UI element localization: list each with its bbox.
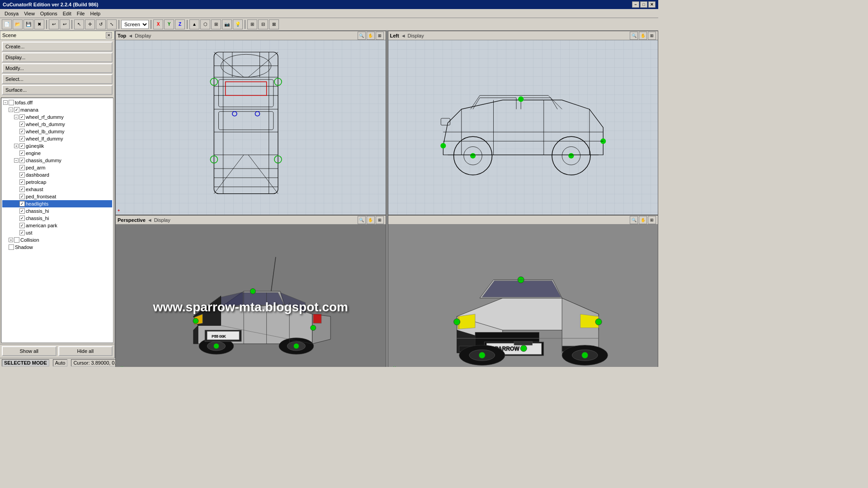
check-chassis-hi-1[interactable]: [19, 208, 25, 214]
check-manana[interactable]: [14, 107, 19, 113]
check-wheel-lb[interactable]: [19, 129, 25, 134]
top-vp-max-btn[interactable]: ⊞: [376, 32, 384, 40]
left-vp-zoom-btn[interactable]: 🔍: [630, 32, 638, 40]
z-axis-btn[interactable]: Z: [175, 19, 185, 29]
check-chassis-hi-2[interactable]: [19, 216, 25, 221]
redo-btn[interactable]: ↩: [60, 19, 70, 29]
tree-item-collision[interactable]: + Collision: [2, 236, 112, 244]
tree-item-ped-frontseat[interactable]: ped_frontseat: [2, 193, 112, 200]
tree-item-wheel-rb[interactable]: wheel_rb_dummy: [2, 121, 112, 128]
expand-wheel-rf[interactable]: −: [14, 115, 19, 119]
check-guneslik[interactable]: [19, 143, 25, 149]
tree-item-chassis-hi-2[interactable]: chassis_hi: [2, 215, 112, 222]
check-tofas[interactable]: [9, 100, 14, 105]
minimize-button[interactable]: −: [632, 1, 639, 8]
viewport-btn[interactable]: ⊞: [211, 19, 221, 29]
scale-btn[interactable]: ⤡: [107, 19, 117, 29]
move-btn[interactable]: ✛: [85, 19, 95, 29]
tree-item-dashboard[interactable]: dashboard: [2, 171, 112, 178]
menu-help[interactable]: Help: [87, 10, 103, 17]
tree-item-chassis-hi-1[interactable]: chassis_hi: [2, 207, 112, 215]
scene-tree[interactable]: − tofas.dff − manana − wheel_rf_dummy wh…: [1, 98, 113, 343]
menu-file[interactable]: File: [74, 10, 88, 17]
top-vp-pan-btn[interactable]: ✋: [367, 32, 375, 40]
check-ust[interactable]: [19, 230, 25, 235]
tree-item-american-park[interactable]: american park: [2, 222, 112, 229]
tree-item-headlights[interactable]: headlights: [2, 200, 112, 207]
light-btn[interactable]: 💡: [233, 19, 243, 29]
maximize-button[interactable]: □: [640, 1, 647, 8]
expand-manana[interactable]: −: [9, 108, 13, 112]
close-button[interactable]: ✕: [648, 1, 656, 8]
panel-close-button[interactable]: ✕: [106, 32, 112, 38]
check-wheel-rf[interactable]: [19, 114, 25, 120]
menu-options[interactable]: Options: [38, 10, 60, 17]
tree-item-ped-arm[interactable]: ped_arm: [2, 164, 112, 171]
top-vp-zoom-btn[interactable]: 🔍: [358, 32, 366, 40]
select-btn[interactable]: ↖: [74, 19, 84, 29]
tree-item-manana[interactable]: − manana: [2, 106, 112, 113]
persp-right-max[interactable]: ⊞: [648, 216, 656, 224]
tree-item-petrolcap[interactable]: petrolcap: [2, 178, 112, 186]
tree-item-exhaust[interactable]: exhaust: [2, 186, 112, 193]
menu-view[interactable]: View: [21, 10, 38, 17]
grid-btn[interactable]: ⊞: [247, 19, 257, 29]
expand-tofas[interactable]: −: [3, 100, 8, 105]
check-chassis-dummy[interactable]: [19, 158, 25, 163]
hide-all-button[interactable]: Hide all: [58, 346, 113, 356]
mode-select[interactable]: Screen World Local: [121, 20, 149, 29]
align-btn[interactable]: ⊟: [258, 19, 268, 29]
persp-left-zoom[interactable]: 🔍: [358, 216, 366, 224]
render-btn[interactable]: ⬡: [200, 19, 210, 29]
surface-button[interactable]: Surface...: [2, 85, 113, 95]
save-btn[interactable]: 💾: [24, 19, 33, 29]
check-petrolcap[interactable]: [19, 179, 25, 185]
modify-button[interactable]: Modify...: [2, 63, 113, 73]
check-wheel-rb[interactable]: [19, 122, 25, 127]
persp-right-pan[interactable]: ✋: [639, 216, 647, 224]
x-axis-btn[interactable]: X: [153, 19, 163, 29]
check-dashboard[interactable]: [19, 172, 25, 178]
left-vp-max-btn[interactable]: ⊞: [648, 32, 656, 40]
persp-left-max[interactable]: ⊞: [376, 216, 384, 224]
open-btn[interactable]: 📂: [13, 19, 23, 29]
left-viewport[interactable]: Left ◄ Display 🔍 ✋ ⊞: [388, 31, 659, 215]
check-engine[interactable]: [19, 150, 25, 156]
check-headlights[interactable]: [19, 201, 25, 206]
display-button[interactable]: Display...: [2, 52, 113, 62]
tree-item-chassis-dummy[interactable]: − chassis_dummy: [2, 157, 112, 164]
tree-item-engine[interactable]: engine: [2, 150, 112, 157]
new-btn[interactable]: 📄: [2, 19, 12, 29]
top-viewport[interactable]: Top ◄ Display 🔍 ✋ ⊞: [115, 31, 386, 215]
tree-item-shadow[interactable]: Shadow: [2, 244, 112, 251]
expand-guneslik[interactable]: +: [14, 144, 19, 148]
y-axis-btn[interactable]: Y: [164, 19, 174, 29]
check-wheel-lf[interactable]: [19, 136, 25, 141]
tree-item-wheel-lf[interactable]: wheel_lf_dummy: [2, 135, 112, 142]
undo-icon[interactable]: ✖: [34, 19, 44, 29]
perspective-right-viewport[interactable]: 🔍 ✋ ⊞: [388, 215, 659, 367]
expand-chassis-dummy[interactable]: −: [14, 158, 19, 163]
snap-btn[interactable]: ▲: [189, 19, 199, 29]
camera-btn[interactable]: 📷: [222, 19, 232, 29]
expand-collision[interactable]: +: [9, 238, 13, 242]
check-exhaust[interactable]: [19, 187, 25, 192]
persp-right-zoom[interactable]: 🔍: [630, 216, 638, 224]
perspective-left-viewport[interactable]: Perspective ◄ Display 🔍 ✋ ⊞ www.sparrow-…: [115, 215, 386, 367]
check-american-park[interactable]: [19, 223, 25, 228]
tree-item-wheel-rf[interactable]: − wheel_rf_dummy: [2, 113, 112, 121]
menu-dosya[interactable]: Dosya: [2, 10, 21, 17]
create-button[interactable]: Create...: [2, 42, 113, 52]
menu-edit[interactable]: Edit: [60, 10, 74, 17]
rotate-btn[interactable]: ↺: [96, 19, 106, 29]
check-shadow[interactable]: [9, 244, 14, 250]
show-all-button[interactable]: Show all: [2, 346, 57, 356]
left-vp-pan-btn[interactable]: ✋: [639, 32, 647, 40]
select-button[interactable]: Select...: [2, 74, 113, 84]
tree-item-tofas[interactable]: − tofas.dff: [2, 99, 112, 106]
tree-item-guneslik[interactable]: + güneşlik: [2, 142, 112, 150]
check-ped-frontseat[interactable]: [19, 194, 25, 199]
undo-btn[interactable]: ↩: [49, 19, 59, 29]
align2-btn[interactable]: ⊠: [269, 19, 279, 29]
check-collision[interactable]: [14, 237, 19, 243]
